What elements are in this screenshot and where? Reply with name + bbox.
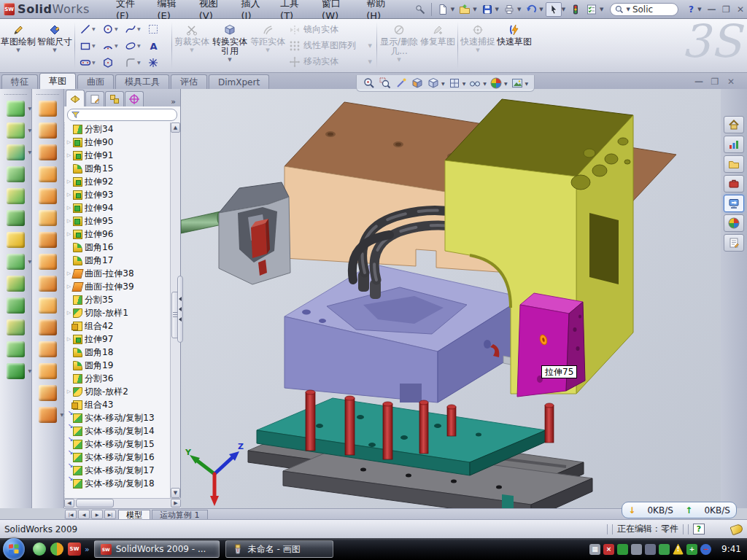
network-warning-tray-icon[interactable]: ! xyxy=(673,544,684,555)
feature-tool-icon[interactable] xyxy=(39,144,57,160)
skslot-dropdown-icon[interactable]: ▼ xyxy=(92,60,96,65)
view-orientation-icon[interactable] xyxy=(449,77,460,89)
custom-properties-tab-button[interactable] xyxy=(724,234,744,252)
network-speed-widget[interactable]: ↓ 0KB/S ↑ 0KB/S xyxy=(622,502,737,518)
feature-tool-icon[interactable]: ▼ xyxy=(7,122,25,139)
feature-tool-icon[interactable] xyxy=(7,341,25,357)
tree-item[interactable]: ▷拉伸92 xyxy=(65,175,171,188)
view-orientation-dropdown-icon[interactable]: ▼ xyxy=(462,81,466,86)
tab-曲面[interactable]: 曲面 xyxy=(77,74,114,89)
shield-lightning-tray-icon[interactable] xyxy=(617,544,628,555)
skellipse-tool-button[interactable]: ▼ xyxy=(123,37,146,54)
sketch-button[interactable]: 草图绘制▼ xyxy=(0,20,36,71)
feature-filter-input[interactable] xyxy=(67,109,177,121)
tree-item[interactable]: 圆角18 xyxy=(65,346,171,359)
tree-item[interactable]: 实体-移动/复制16 xyxy=(65,451,171,464)
expand-icon[interactable]: ▷ xyxy=(65,218,73,224)
tree-item[interactable]: 组合42 xyxy=(65,319,171,332)
feature-tool-icon[interactable] xyxy=(7,232,25,248)
tab-scroll-last-button[interactable]: ▶| xyxy=(104,510,116,519)
scroll-left-icon[interactable]: ◀ xyxy=(64,499,74,508)
zoom-area-icon[interactable] xyxy=(379,77,391,89)
tree-item[interactable]: 实体-移动/复制14 xyxy=(65,424,171,438)
solidworks-cube-quicklaunch-icon[interactable]: SW xyxy=(68,542,81,556)
taskbar-button-SolidWorks 2009 - ...[interactable]: SWSolidWorks 2009 - ... xyxy=(94,540,220,558)
expand-icon[interactable]: ▷ xyxy=(65,231,73,237)
tab-DimXpert[interactable]: DimXpert xyxy=(209,74,269,89)
feature-tool-icon[interactable] xyxy=(39,319,57,335)
section-view-icon[interactable] xyxy=(411,77,423,89)
tree-item[interactable]: ▷拉伸91 xyxy=(65,149,171,162)
tree-item[interactable]: ▷拉伸90 xyxy=(65,136,171,149)
open-dropdown-icon[interactable]: ▼ xyxy=(473,7,476,12)
smart-dimension-button[interactable]: 智能尺寸▼ xyxy=(36,20,73,71)
pin-button[interactable] xyxy=(412,2,428,17)
tag-icon[interactable] xyxy=(729,523,743,535)
display-style-dropdown-icon[interactable]: ▼ xyxy=(441,81,445,86)
feature-tool-icon[interactable] xyxy=(7,188,25,204)
design-library-tab-button[interactable] xyxy=(724,155,744,173)
feature-tool-icon[interactable] xyxy=(39,276,57,292)
search-input[interactable]: Solic xyxy=(632,4,653,15)
feature-tool-icon[interactable] xyxy=(39,232,57,248)
offset-entities-button[interactable]: 等距实体▼ xyxy=(249,20,286,71)
tab-dimxpertmanager[interactable] xyxy=(125,91,144,106)
certificate-tray-icon[interactable] xyxy=(631,544,642,555)
feature-tool-icon[interactable] xyxy=(39,254,57,270)
tree-item[interactable]: ▷切除-放样1 xyxy=(65,306,171,319)
scroll-up-icon[interactable]: ▲ xyxy=(171,122,180,133)
hide-show-items-icon[interactable] xyxy=(469,77,481,89)
skarc-dropdown-icon[interactable]: ▼ xyxy=(115,43,118,48)
repair-sketch-button[interactable]: 修复草图 xyxy=(419,20,456,71)
panel-splitter-handle[interactable] xyxy=(177,276,183,343)
tree-item[interactable]: 实体-移动/复制18 xyxy=(65,477,171,490)
feature-tool-icon[interactable] xyxy=(39,188,57,204)
expand-icon[interactable]: ▷ xyxy=(65,179,73,184)
quick-launch-overflow-icon[interactable]: » xyxy=(85,545,90,554)
home-tab-button[interactable] xyxy=(724,116,744,133)
feature-tool-icon[interactable]: ▼ xyxy=(7,144,25,160)
close-button[interactable]: ✕ xyxy=(734,4,747,15)
feature-tool-icon[interactable] xyxy=(39,210,57,226)
save-dropdown-icon[interactable]: ▼ xyxy=(495,7,499,12)
expand-icon[interactable]: ▷ xyxy=(65,336,73,342)
sync-ball-tray-icon[interactable]: − xyxy=(700,544,711,555)
scene-dropdown-icon[interactable]: ▼ xyxy=(525,81,529,86)
expand-icon[interactable]: ▷ xyxy=(65,205,73,211)
expand-icon[interactable]: ▷ xyxy=(65,152,73,158)
linear-sketch-pattern-button[interactable]: 线性草图阵列 ▼ xyxy=(286,38,375,54)
feature-tool-icon[interactable] xyxy=(7,298,25,314)
tree-item[interactable]: 实体-移动/复制15 xyxy=(65,438,171,451)
help-dropdown-icon[interactable]: ▼ xyxy=(697,7,701,12)
tab-运动算例 1[interactable]: 运动算例 1 xyxy=(152,510,208,520)
mirror-entities-button[interactable]: 镜向实体 xyxy=(286,22,375,38)
rebuild-button[interactable] xyxy=(568,2,584,17)
tree-item[interactable]: 分割36 xyxy=(65,372,171,385)
start-button[interactable] xyxy=(3,538,25,560)
skline-tool-button[interactable]: ▼ xyxy=(78,20,101,37)
file-explorer-tab-button[interactable] xyxy=(724,195,744,212)
feature-tool-icon[interactable] xyxy=(39,341,57,357)
feature-tool-icon[interactable] xyxy=(39,166,57,182)
tree-item[interactable]: 圆角19 xyxy=(65,359,171,372)
skellipse-dropdown-icon[interactable]: ▼ xyxy=(137,43,141,48)
display-style-icon[interactable] xyxy=(427,77,439,89)
skfillet-dropdown-icon[interactable]: ▼ xyxy=(137,60,141,65)
tree-item[interactable]: 圆角17 xyxy=(65,254,171,267)
sktext-tool-button[interactable]: A xyxy=(146,37,169,54)
save-button[interactable] xyxy=(479,2,495,17)
scene-icon[interactable] xyxy=(511,77,523,89)
tree-item[interactable]: ▷拉伸95 xyxy=(65,214,171,228)
appearances-dropdown-icon[interactable]: ▼ xyxy=(504,81,508,86)
toolbox-tab-button[interactable] xyxy=(724,175,744,192)
skspline-dropdown-icon[interactable]: ▼ xyxy=(137,26,141,31)
undo-dropdown-icon[interactable]: ▼ xyxy=(539,7,543,12)
feature-tool-icon[interactable] xyxy=(7,276,25,292)
print-dropdown-icon[interactable]: ▼ xyxy=(517,7,521,12)
new-document-button[interactable] xyxy=(435,2,451,17)
feature-tool-dropdown-icon[interactable]: ▼ xyxy=(28,259,31,264)
tree-item[interactable]: ▷曲面-拉伸39 xyxy=(65,280,171,293)
appearances-icon[interactable] xyxy=(490,77,502,89)
skrect-tool-button[interactable]: ▼ xyxy=(78,37,101,54)
print-button[interactable] xyxy=(501,2,517,17)
